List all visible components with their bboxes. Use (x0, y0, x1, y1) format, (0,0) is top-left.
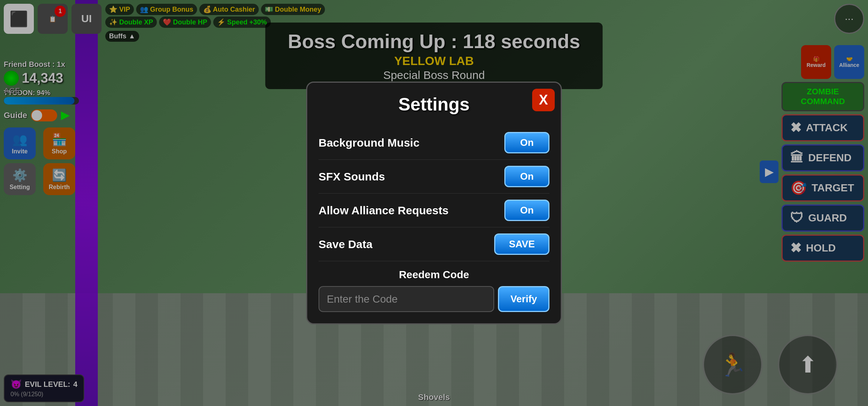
sfx-sounds-label: SFX Sounds (319, 170, 385, 183)
alliance-requests-label: Allow Alliance Requests (319, 204, 449, 217)
background-music-label: Background Music (319, 136, 419, 149)
close-icon: X (539, 92, 548, 108)
sfx-sounds-row: SFX Sounds On (319, 160, 549, 194)
code-input[interactable] (319, 286, 494, 312)
modal-close-button[interactable]: X (532, 89, 555, 111)
sfx-sounds-toggle[interactable]: On (504, 166, 549, 187)
redeem-title: Reedem Code (319, 269, 549, 281)
verify-button[interactable]: Verify (498, 286, 549, 312)
modal-title: Settings (319, 94, 549, 115)
modal-overlay: Settings X Background Music On SFX Sound… (0, 0, 868, 406)
save-data-label: Save Data (319, 238, 372, 251)
save-button[interactable]: SAVE (494, 233, 549, 255)
background-music-toggle[interactable]: On (504, 132, 549, 153)
settings-modal: Settings X Background Music On SFX Sound… (306, 82, 562, 324)
save-data-row: Save Data SAVE (319, 227, 549, 261)
alliance-requests-row: Allow Alliance Requests On (319, 194, 549, 227)
background-music-row: Background Music On (319, 126, 549, 160)
redeem-row: Verify (319, 286, 549, 312)
alliance-requests-toggle[interactable]: On (504, 200, 549, 221)
redeem-section: Reedem Code Verify (319, 269, 549, 312)
